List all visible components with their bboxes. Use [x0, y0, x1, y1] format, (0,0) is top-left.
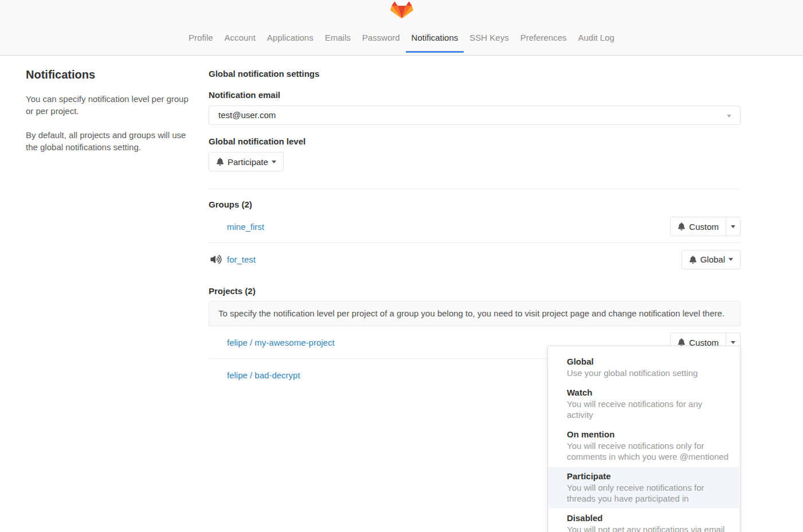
notification-level-dropdown: Global Use your global notification sett… [547, 346, 741, 532]
bell-icon [677, 338, 686, 346]
dropdown-item-participate[interactable]: Participate You will only receive notifi… [548, 467, 740, 508]
chevron-down-icon [727, 115, 731, 118]
volume-up-icon [210, 255, 222, 264]
dropdown-item-description: You will only receive notifications for … [567, 482, 731, 504]
dropdown-item-description: You will receive notifications for any a… [567, 398, 731, 420]
gitlab-logo-icon [0, 0, 803, 25]
tab-preferences[interactable]: Preferences [515, 25, 573, 53]
sidebar-description-2: By default, all projects and groups will… [26, 129, 189, 153]
dropdown-item-title: Participate [567, 471, 731, 482]
dropdown-item-description: You will not get any notifications via e… [567, 524, 731, 532]
tab-audit-log[interactable]: Audit Log [573, 25, 620, 53]
sidebar-description-1: You can specify notification level per g… [26, 93, 189, 117]
group-level-button[interactable]: Global [681, 250, 741, 269]
global-level-label: Global notification level [209, 136, 741, 146]
main-column: Global notification settings Notificatio… [209, 62, 741, 392]
tab-ssh-keys[interactable]: SSH Keys [464, 25, 514, 53]
group-link-for-test[interactable]: for_test [227, 255, 256, 264]
header: Profile Account Applications Emails Pass… [0, 0, 803, 56]
group-row-for-test: for_test Global [209, 243, 741, 276]
group-link-mine-first[interactable]: mine_first [227, 222, 264, 232]
global-level-value: Participate [228, 157, 268, 167]
gitlab-notification-settings-page: Profile Account Applications Emails Pass… [0, 0, 803, 392]
global-level-button[interactable]: Participate [209, 152, 284, 171]
tab-profile[interactable]: Profile [183, 25, 219, 53]
dropdown-item-title: Watch [567, 387, 731, 398]
tab-account[interactable]: Account [219, 25, 261, 53]
tab-applications[interactable]: Applications [261, 25, 319, 53]
dropdown-item-global[interactable]: Global Use your global notification sett… [548, 352, 740, 383]
group-level-value: Custom [689, 222, 719, 232]
bell-icon [216, 158, 224, 166]
global-settings-title: Global notification settings [209, 69, 741, 79]
notification-email-value: test@user.com [218, 110, 276, 120]
tab-password[interactable]: Password [357, 25, 406, 53]
group-row-mine-first: mine_first Custom [209, 210, 741, 243]
caret-down-icon [731, 225, 735, 228]
dropdown-item-description: You will receive notifications only for … [567, 440, 731, 462]
dropdown-item-disabled[interactable]: Disabled You will not get any notificati… [548, 508, 740, 532]
content: Notifications You can specify notificati… [0, 56, 803, 392]
dropdown-item-title: On mention [567, 429, 731, 440]
projects-title: Projects (2) [209, 286, 741, 296]
projects-note: To specify the notification level per pr… [209, 301, 741, 326]
bell-icon [677, 222, 686, 230]
dropdown-item-watch[interactable]: Watch You will receive notifications for… [548, 383, 740, 425]
bell-icon [689, 256, 697, 264]
group-level-button[interactable]: Custom [670, 217, 726, 236]
page-title: Notifications [26, 68, 189, 81]
caret-down-icon [731, 341, 735, 344]
profile-nav-tabs: Profile Account Applications Emails Pass… [0, 25, 803, 53]
section-divider [209, 189, 741, 189]
group-level-value: Global [700, 255, 725, 264]
groups-title: Groups (2) [209, 200, 741, 209]
dropdown-item-title: Disabled [567, 513, 731, 524]
dropdown-item-on-mention[interactable]: On mention You will receive notification… [548, 425, 740, 467]
notification-email-label: Notification email [209, 90, 741, 100]
groups-list: mine_first Custom [209, 210, 741, 276]
dropdown-item-description: Use your global notification setting [567, 367, 731, 378]
caret-down-icon [272, 161, 276, 163]
notification-email-select[interactable]: test@user.com [209, 105, 741, 125]
sidebar: Notifications You can specify notificati… [0, 62, 209, 392]
group-level-split-button: Custom [670, 217, 741, 236]
group-level-caret-button[interactable] [726, 217, 741, 236]
dropdown-item-title: Global [567, 356, 731, 367]
tab-notifications[interactable]: Notifications [406, 25, 464, 53]
project-link-bad-decrypt[interactable]: felipe / bad-decrypt [227, 370, 300, 380]
caret-down-icon [728, 258, 733, 261]
tab-emails[interactable]: Emails [319, 25, 357, 53]
project-link-my-awesome-project[interactable]: felipe / my-awesome-project [227, 338, 335, 347]
